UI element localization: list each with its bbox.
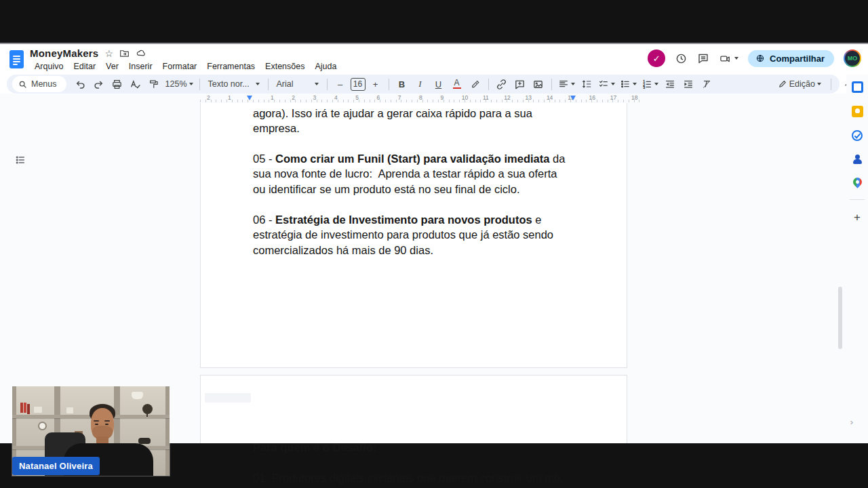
eye bbox=[95, 424, 98, 425]
increase-indent-button[interactable] bbox=[680, 76, 696, 92]
decor-item bbox=[138, 438, 151, 444]
page2-heading: Para quem é o Desafio: bbox=[253, 441, 376, 454]
contacts-icon[interactable] bbox=[852, 154, 863, 165]
ruler-number: 11 bbox=[483, 94, 489, 101]
paint-format-button[interactable] bbox=[146, 76, 162, 92]
document-title[interactable]: MoneyMakers bbox=[30, 47, 98, 59]
screen: MoneyMakers ☆ Arquivo Editar Ver Inserir… bbox=[0, 0, 868, 488]
eyebrow bbox=[104, 420, 110, 422]
menu-item-formatar[interactable]: Formatar bbox=[158, 60, 202, 73]
clear-formatting-button[interactable] bbox=[698, 76, 715, 92]
version-history-icon[interactable] bbox=[675, 52, 688, 65]
add-comment-button[interactable] bbox=[512, 76, 528, 92]
share-button[interactable]: Compartilhar bbox=[748, 50, 834, 67]
mode-select[interactable]: Edição bbox=[776, 76, 823, 92]
vertical-scrollbar[interactable] bbox=[838, 287, 842, 349]
bold-button[interactable]: B bbox=[394, 76, 410, 92]
meet-caret-icon[interactable] bbox=[734, 57, 738, 60]
next-chevron-icon[interactable]: › bbox=[850, 417, 853, 427]
share-label: Compartilhar bbox=[770, 54, 825, 64]
speaker-name-tag: Natanael Oliveira bbox=[12, 457, 100, 475]
font-size-input[interactable]: 16 bbox=[351, 78, 366, 91]
mode-value: Edição bbox=[789, 79, 815, 89]
paragraph-intro: agora). Isso irá te ajudar a gerar caixa… bbox=[253, 106, 532, 136]
keep-icon[interactable] bbox=[852, 106, 863, 117]
side-panel-divider bbox=[850, 199, 865, 200]
insert-image-button[interactable] bbox=[530, 76, 547, 92]
ruler-number: 1 bbox=[271, 94, 274, 101]
checklist-button[interactable] bbox=[597, 76, 616, 92]
maps-icon[interactable] bbox=[851, 176, 863, 188]
menu-item-inserir[interactable]: Inserir bbox=[124, 60, 157, 73]
paragraph-style-select[interactable]: Texto nor... bbox=[205, 76, 263, 92]
ruler-number: 8 bbox=[419, 94, 422, 101]
redo-button[interactable] bbox=[91, 76, 107, 92]
print-button[interactable] bbox=[109, 76, 125, 92]
font-size-decrease[interactable]: – bbox=[332, 76, 349, 92]
spellcheck-button[interactable] bbox=[127, 76, 144, 92]
font-size-increase[interactable]: + bbox=[368, 76, 384, 92]
italic-button[interactable]: I bbox=[412, 76, 429, 92]
text-color-button[interactable]: A bbox=[449, 76, 465, 92]
highlight-button[interactable] bbox=[467, 76, 484, 92]
paragraph-06: 06 - Estratégia de Investimento para nov… bbox=[253, 212, 553, 258]
move-folder-icon[interactable] bbox=[119, 48, 130, 58]
google-docs-icon[interactable] bbox=[9, 50, 24, 68]
title-row: MoneyMakers ☆ bbox=[30, 47, 146, 59]
underline-button[interactable]: U bbox=[431, 76, 447, 92]
get-addons-icon[interactable]: + bbox=[854, 213, 861, 222]
ruler-number: 2 bbox=[207, 94, 210, 101]
menu-item-ver[interactable]: Ver bbox=[101, 60, 123, 73]
document-outline-icon[interactable] bbox=[15, 155, 26, 165]
ruler-number: 5 bbox=[355, 94, 359, 101]
speaker-name: Natanael Oliveira bbox=[19, 461, 93, 471]
menu-item-ferramentas[interactable]: Ferramentas bbox=[202, 60, 260, 73]
tasks-icon[interactable] bbox=[852, 130, 863, 141]
ruler-number: 3 bbox=[313, 94, 317, 101]
menu-bar: Arquivo Editar Ver Inserir Formatar Ferr… bbox=[30, 60, 341, 73]
comments-icon[interactable] bbox=[697, 52, 709, 64]
account-avatar[interactable]: MO bbox=[844, 49, 861, 67]
page-1[interactable]: agora). Isso irá te ajudar a gerar caixa… bbox=[200, 103, 627, 368]
ruler-number: 13 bbox=[526, 94, 532, 101]
ruler-number: 4 bbox=[334, 94, 338, 101]
faint-selection bbox=[205, 393, 251, 403]
zoom-select[interactable]: 125% bbox=[164, 76, 195, 92]
undo-button[interactable] bbox=[73, 76, 89, 92]
docs-header: MoneyMakers ☆ Arquivo Editar Ver Inserir… bbox=[0, 44, 868, 75]
ruler-number: 9 bbox=[440, 94, 443, 101]
insert-link-button[interactable] bbox=[494, 76, 510, 92]
extension-icon[interactable]: ✓ bbox=[648, 49, 665, 67]
zoom-value: 125% bbox=[165, 79, 187, 89]
ruler-number: 10 bbox=[462, 94, 468, 101]
svg-text:3: 3 bbox=[643, 85, 645, 89]
menu-item-editar[interactable]: Editar bbox=[68, 60, 100, 73]
ruler-number: 1 bbox=[228, 94, 231, 101]
pencil-icon bbox=[778, 79, 787, 89]
menus-search[interactable]: Menus bbox=[12, 76, 66, 92]
line-spacing-button[interactable] bbox=[578, 76, 595, 92]
book bbox=[27, 404, 30, 414]
menu-item-arquivo[interactable]: Arquivo bbox=[30, 60, 68, 73]
cloud-status-icon[interactable] bbox=[136, 48, 146, 58]
right-indent-marker[interactable] bbox=[570, 96, 576, 100]
toolbar-right: Edição bbox=[776, 75, 856, 94]
menu-item-extensoes[interactable]: Extensões bbox=[260, 60, 309, 73]
toolbar: Menus 125% Texto nor... bbox=[7, 75, 840, 94]
calendar-icon[interactable] bbox=[852, 81, 863, 93]
side-panel: + bbox=[846, 75, 868, 443]
meet-video-icon[interactable] bbox=[719, 53, 738, 64]
style-value: Texto nor... bbox=[208, 79, 250, 89]
numbered-list-button[interactable]: 123 bbox=[640, 76, 660, 92]
bulleted-list-button[interactable] bbox=[618, 76, 638, 92]
star-icon[interactable]: ☆ bbox=[104, 49, 113, 58]
globe bbox=[142, 404, 153, 414]
ruler-number: 14 bbox=[547, 94, 553, 101]
align-button[interactable] bbox=[557, 76, 576, 92]
paragraph-05: 05 - Como criar um Funil (Start) para va… bbox=[253, 151, 565, 197]
menu-item-ajuda[interactable]: Ajuda bbox=[310, 60, 341, 73]
font-select[interactable]: Arial bbox=[273, 76, 322, 92]
decrease-indent-button[interactable] bbox=[662, 76, 678, 92]
page-2[interactable]: Para quem é o Desafio: 01: Produtores di… bbox=[200, 375, 627, 443]
left-indent-marker[interactable] bbox=[247, 96, 252, 100]
